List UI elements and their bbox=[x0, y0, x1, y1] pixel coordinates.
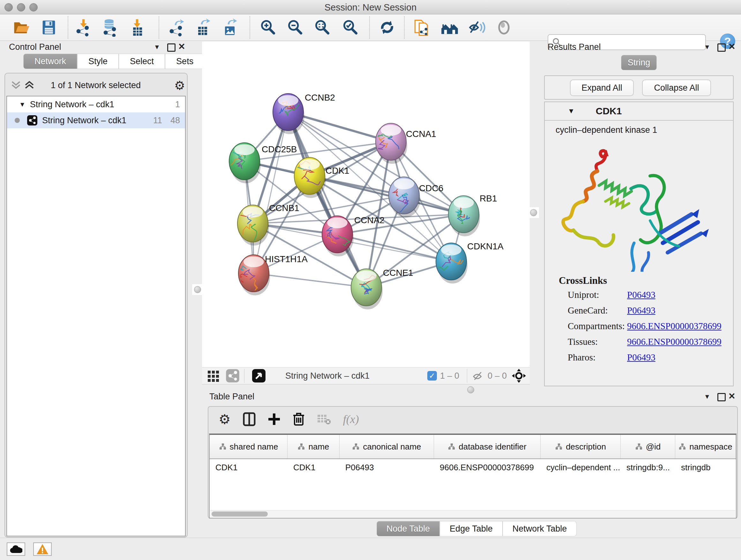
string-view-icon[interactable] bbox=[226, 369, 240, 383]
node-CDKN1A[interactable]: CDKN1A bbox=[436, 241, 503, 284]
column-header--id[interactable]: @id bbox=[621, 435, 675, 458]
cloud-button[interactable] bbox=[7, 543, 25, 556]
zoom-fit-icon[interactable] bbox=[312, 17, 332, 37]
control-panel-menu-icon[interactable]: ▼ bbox=[154, 44, 160, 51]
table-panel-float-icon[interactable] bbox=[718, 393, 726, 401]
table-cell[interactable]: CDK1 bbox=[210, 462, 287, 473]
expand-triangle-icon[interactable]: ▼ bbox=[19, 101, 25, 108]
open-session-icon[interactable] bbox=[11, 17, 31, 37]
node-CCNB2[interactable]: CCNB2 bbox=[273, 92, 335, 134]
network-canvas[interactable]: CCNB2CCNA1CDC25BCDK1CDC6RB1CCNB1CCNA2CDK… bbox=[202, 42, 530, 367]
export-table-icon[interactable] bbox=[193, 17, 212, 37]
table-panel-menu-icon[interactable]: ▼ bbox=[704, 393, 711, 400]
right-splitter-handle[interactable] bbox=[528, 207, 539, 218]
table-cell[interactable]: stringdb:9... bbox=[621, 462, 675, 473]
import-network-file-icon[interactable] bbox=[73, 17, 93, 37]
add-column-icon[interactable] bbox=[268, 413, 280, 426]
column-header-database-identifier[interactable]: database identifier bbox=[434, 435, 541, 458]
zoom-selected-icon[interactable] bbox=[340, 17, 360, 37]
results-panel-float-icon[interactable] bbox=[718, 44, 726, 52]
tab-style[interactable]: Style bbox=[77, 54, 119, 69]
export-image-icon[interactable] bbox=[219, 17, 239, 37]
node-HIST1H1A[interactable]: HIST1H1A bbox=[234, 254, 308, 295]
zoom-out-icon[interactable] bbox=[285, 17, 305, 37]
gene-header-row[interactable]: ▼ CDK1 bbox=[545, 102, 733, 121]
delete-column-icon[interactable] bbox=[293, 412, 305, 426]
node-CCNE1[interactable]: CCNE1 bbox=[351, 268, 413, 309]
left-splitter-handle[interactable] bbox=[192, 284, 203, 295]
collapse-triangle-icon[interactable]: ▼ bbox=[568, 107, 575, 115]
string-network-icon bbox=[27, 115, 38, 126]
network-collection-row[interactable]: ▼ String Network – cdk1 1 bbox=[7, 97, 185, 112]
save-session-icon[interactable] bbox=[39, 17, 59, 37]
refresh-icon[interactable] bbox=[377, 17, 397, 37]
import-table-icon[interactable] bbox=[127, 17, 147, 37]
tab-node-table[interactable]: Node Table bbox=[377, 521, 440, 537]
hide-unhide-icon[interactable] bbox=[467, 17, 487, 37]
table-cell[interactable]: stringdb bbox=[675, 462, 736, 473]
column-header-canonical-name[interactable]: canonical name bbox=[340, 435, 434, 458]
delete-table-icon[interactable] bbox=[317, 414, 331, 425]
function-builder-icon[interactable]: f(x) bbox=[343, 413, 359, 426]
node-label-CCNE1: CCNE1 bbox=[383, 268, 413, 278]
network-panel-gear-icon[interactable]: ⚙ bbox=[174, 78, 185, 92]
collapse-expand-chevrons[interactable] bbox=[11, 80, 37, 91]
table-row[interactable]: CDK1CDK1P064939606.ENSP00000378699cyclin… bbox=[210, 459, 736, 476]
column-header-shared-name[interactable]: shared name bbox=[210, 435, 287, 458]
show-columns-icon[interactable] bbox=[243, 412, 256, 426]
network-row-label: String Network – cdk1 bbox=[42, 116, 126, 125]
column-header-namespace[interactable]: namespace bbox=[675, 435, 736, 458]
tab-network[interactable]: Network bbox=[23, 54, 77, 69]
selected-checkbox-icon[interactable]: ✓ bbox=[427, 371, 437, 381]
export-network-icon[interactable] bbox=[166, 17, 186, 37]
table-horizontal-scrollbar[interactable] bbox=[210, 510, 735, 517]
open-in-window-icon[interactable] bbox=[252, 368, 266, 383]
hidden-eye-icon[interactable] bbox=[472, 369, 484, 382]
warning-icon bbox=[36, 543, 49, 555]
results-panel-menu-icon[interactable]: ▼ bbox=[704, 44, 711, 51]
import-network-database-icon[interactable] bbox=[100, 17, 120, 37]
edge-HIST1H1A-CCNE1[interactable] bbox=[254, 273, 366, 287]
table-cell[interactable]: 9606.ENSP00000378699 bbox=[434, 462, 541, 473]
crosslink-value-link[interactable]: 9606.ENSP00000378699 bbox=[627, 336, 722, 347]
collapse-all-button[interactable]: Collapse All bbox=[642, 79, 711, 96]
edge-CCNB2-HIST1H1A[interactable] bbox=[254, 112, 288, 273]
zoom-in-icon[interactable] bbox=[258, 17, 278, 37]
tab-network-table[interactable]: Network Table bbox=[502, 521, 577, 537]
control-panel-float-icon[interactable] bbox=[167, 44, 176, 52]
scrollbar-thumb[interactable] bbox=[212, 511, 268, 516]
table-settings-gear-icon[interactable]: ⚙ bbox=[219, 412, 231, 427]
network-row-selected[interactable]: String Network – cdk1 11 48 bbox=[7, 112, 185, 128]
crosslink-value-link[interactable]: 9606.ENSP00000378699 bbox=[627, 321, 722, 331]
tab-select[interactable]: Select bbox=[119, 54, 165, 69]
tab-edge-table[interactable]: Edge Table bbox=[440, 521, 502, 537]
crosslink-value-link[interactable]: P06493 bbox=[627, 352, 656, 363]
warning-button[interactable] bbox=[33, 543, 52, 556]
string-export-icon[interactable] bbox=[412, 17, 431, 37]
table-cell[interactable]: CDK1 bbox=[287, 462, 340, 473]
edge-CCNA2-CDKN1A[interactable] bbox=[337, 234, 451, 261]
table-panel-close-icon[interactable]: ✕ bbox=[728, 391, 736, 401]
column-header-name[interactable]: name bbox=[287, 435, 340, 458]
bottom-splitter-handle[interactable] bbox=[465, 384, 476, 395]
string-home-icon[interactable] bbox=[440, 17, 460, 37]
expand-all-button[interactable]: Expand All bbox=[570, 79, 634, 96]
network-graph[interactable]: CCNB2CCNA1CDC25BCDK1CDC6RB1CCNB1CCNA2CDK… bbox=[202, 42, 530, 367]
column-header-description[interactable]: description bbox=[541, 435, 621, 458]
table-cell[interactable]: P06493 bbox=[340, 462, 434, 473]
tab-string[interactable]: String bbox=[621, 55, 657, 70]
results-panel-close-icon[interactable]: ✕ bbox=[728, 42, 736, 52]
node-table: shared namenamecanonical namedatabase id… bbox=[209, 434, 737, 518]
fit-crosshair-icon[interactable] bbox=[511, 368, 527, 383]
network-collection-count: 1 bbox=[175, 100, 180, 110]
crosslink-value-link[interactable]: P06493 bbox=[627, 290, 656, 300]
node-RB1[interactable]: RB1 bbox=[448, 193, 497, 236]
crosslinks-heading: CrossLinks bbox=[559, 275, 733, 287]
crosslink-value-link[interactable]: P06493 bbox=[627, 305, 656, 316]
tab-sets[interactable]: Sets bbox=[165, 54, 205, 69]
grid-mode-icon[interactable] bbox=[206, 369, 220, 383]
node-CDC25B[interactable]: CDC25B bbox=[220, 143, 297, 183]
table-cell[interactable]: cyclin–dependent ... bbox=[541, 462, 621, 473]
control-panel-close-icon[interactable]: ✕ bbox=[178, 42, 185, 52]
show-eye-icon[interactable] bbox=[494, 17, 514, 37]
